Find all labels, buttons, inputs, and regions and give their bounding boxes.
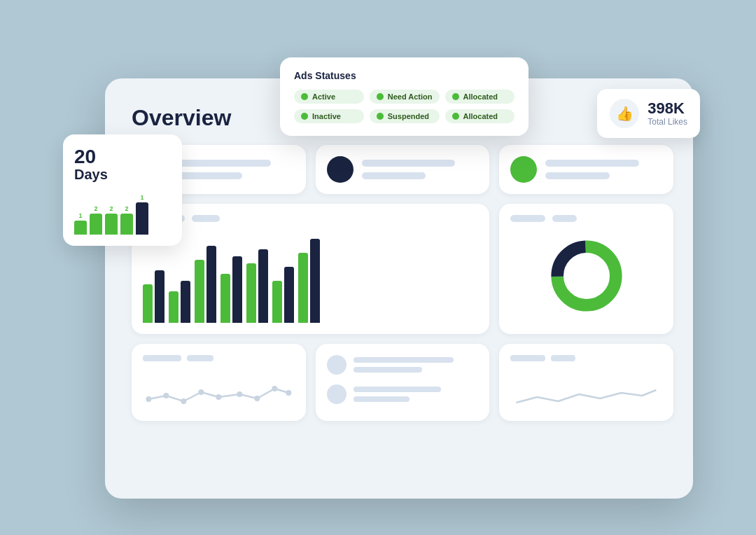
line-header-2 — [510, 355, 662, 361]
bar-navy — [155, 270, 164, 323]
svg-point-10 — [286, 390, 291, 396]
status-dot-need-action — [377, 93, 384, 100]
list-dot-1 — [327, 355, 346, 375]
mini-bar-chart: 1 2 2 2 1 — [74, 193, 171, 235]
status-badge-allocated-1[interactable]: Allocated — [445, 90, 515, 104]
list-dot-2 — [327, 384, 346, 404]
status-dot-active — [301, 93, 308, 100]
line-header-bar-1b — [187, 355, 214, 361]
line-header-bar-1a — [143, 355, 181, 361]
bar-group-2 — [169, 281, 190, 323]
bar-navy — [232, 256, 242, 323]
line-chart-card-1 — [132, 344, 306, 421]
list-item-lines-1 — [354, 357, 479, 373]
bar-green — [143, 284, 153, 323]
bar-green — [220, 274, 230, 323]
bar-green — [195, 260, 204, 323]
chart-header — [143, 215, 478, 222]
status-dot-allocated-2 — [452, 113, 459, 120]
ads-popup-title: Ads Statuses — [294, 70, 514, 81]
svg-point-7 — [237, 391, 242, 397]
status-label-active: Active — [312, 92, 335, 101]
svg-point-9 — [272, 386, 277, 391]
ads-popup: Ads Statuses Active Need Action Allocate… — [280, 57, 528, 136]
status-label-suspended: Suspended — [388, 112, 429, 120]
status-label-allocated-1: Allocated — [463, 92, 498, 101]
stat-lines-3 — [545, 160, 662, 179]
list-line-2a — [354, 387, 441, 392]
days-card: 20 Days 1 2 2 2 1 — [63, 134, 182, 246]
mini-bar-group-5: 1 — [136, 194, 148, 235]
mini-bar-5 — [136, 202, 148, 235]
stat-dot-green-3 — [510, 156, 537, 183]
status-badge-allocated-2[interactable]: Allocated — [445, 109, 515, 123]
stat-line-long-3 — [545, 160, 638, 167]
list-line-1a — [354, 357, 454, 363]
pie-header-line-1 — [510, 215, 545, 222]
bar-group-3 — [195, 246, 216, 323]
status-badge-active[interactable]: Active — [294, 90, 364, 104]
bar-navy — [181, 281, 190, 323]
status-label-allocated-2: Allocated — [463, 112, 498, 120]
likes-info: 398K Total Likes — [648, 100, 687, 127]
pie-chart-card — [499, 204, 673, 334]
mini-bar-group-2: 2 — [90, 205, 102, 235]
main-dashboard-card: Overview — [105, 78, 693, 499]
bar-group-1 — [143, 270, 164, 323]
mini-bar-2 — [90, 214, 102, 235]
mini-bar-3 — [105, 214, 118, 235]
bar-group-7 — [298, 239, 320, 323]
svg-point-4 — [181, 398, 186, 404]
list-line-2b — [354, 396, 410, 402]
bar-green — [169, 291, 178, 323]
list-item-1 — [327, 355, 479, 375]
line-chart-card-2 — [499, 344, 673, 421]
mini-bar-group-3: 2 — [105, 205, 118, 235]
svg-point-3 — [163, 393, 169, 398]
bar-navy — [206, 246, 216, 323]
mini-bar-group-4: 2 — [120, 205, 133, 235]
status-dot-allocated-1 — [452, 93, 459, 100]
thumbs-up-icon: 👍 — [610, 99, 639, 128]
stat-line-short-2 — [362, 172, 426, 179]
line-header-bar-2a — [510, 355, 545, 361]
bar-group-4 — [220, 256, 242, 323]
bar-navy — [258, 249, 268, 323]
status-label-need-action: Need Action — [388, 92, 433, 101]
mini-bar-group-1: 1 — [74, 212, 87, 235]
ads-status-grid: Active Need Action Allocated Inactive Su… — [294, 90, 514, 123]
status-badge-suspended[interactable]: Suspended — [370, 109, 440, 123]
stat-card-3 — [499, 145, 673, 194]
scene: Overview — [63, 36, 693, 499]
status-badge-inactive[interactable]: Inactive — [294, 109, 364, 123]
stat-line-long-1 — [178, 160, 271, 167]
bar-green — [246, 263, 256, 323]
stat-card-2 — [316, 145, 490, 194]
line-header-1 — [143, 355, 295, 361]
stat-line-short-1 — [178, 172, 242, 179]
svg-point-8 — [254, 396, 260, 401]
bar-navy — [284, 267, 294, 323]
line-chart-area-2 — [510, 367, 662, 410]
pie-header-line-2 — [552, 215, 577, 222]
stat-lines-1 — [178, 160, 295, 179]
mini-bar-1 — [74, 221, 87, 235]
line-svg-2 — [510, 368, 662, 410]
status-dot-inactive — [301, 113, 308, 120]
list-card — [316, 344, 490, 421]
list-item-2 — [327, 384, 479, 404]
svg-point-2 — [146, 396, 151, 402]
status-dot-suspended — [377, 113, 384, 120]
chart-header-line-2 — [192, 215, 220, 222]
pie-svg — [548, 237, 625, 314]
bar-group-6 — [272, 267, 294, 323]
svg-point-5 — [198, 389, 204, 395]
days-number: 20 — [74, 147, 171, 167]
status-badge-need-action[interactable]: Need Action — [370, 90, 440, 104]
stat-line-short-3 — [545, 172, 610, 179]
bar-chart-area — [143, 232, 478, 323]
days-label: Days — [74, 167, 171, 183]
list-item-lines-2 — [354, 387, 479, 402]
pie-chart-area — [510, 229, 662, 323]
stat-line-long-2 — [362, 160, 455, 167]
